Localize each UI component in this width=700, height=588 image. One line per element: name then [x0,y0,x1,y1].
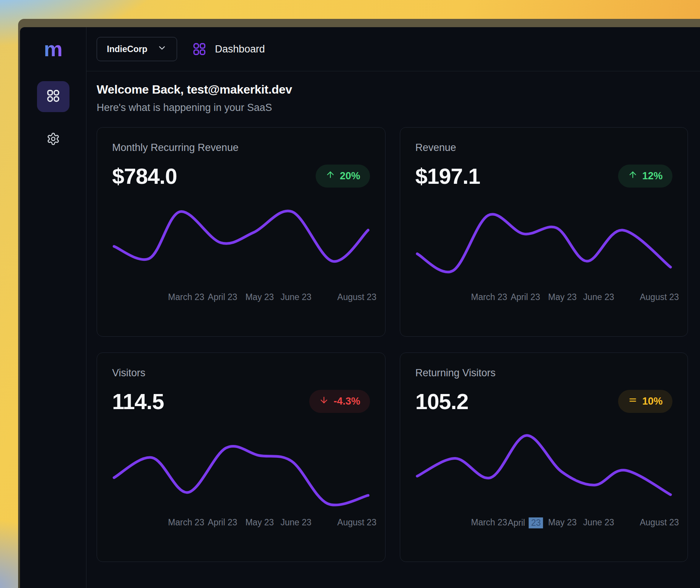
returning-visitors-line-chart [415,429,672,511]
team-selector-label: IndieCorp [107,44,147,54]
trend-badge: 10% [618,390,672,413]
card-value: $197.1 [415,163,480,189]
card-revenue: Revenue $197.1 12% [400,127,688,337]
trend-badge: 20% [316,165,370,188]
x-axis-labels: March 23 April 23 May 23 June 23 August … [415,292,672,303]
x-axis-tick: April 23 [208,292,237,302]
trend-badge: -4.3% [309,390,370,413]
card-title: Visitors [112,367,370,379]
revenue-line-chart [415,204,672,286]
welcome-heading: Welcome Back, test@makerkit.dev [97,83,688,97]
sidebar: m [20,27,86,588]
x-axis-tick: June 23 [583,517,614,528]
x-axis-labels: March 23 April 23 May 23 June 23 August … [112,517,370,529]
card-value: 105.2 [415,389,468,414]
x-axis-tick: June 23 [583,292,614,302]
makerkit-logo[interactable]: m [44,38,62,60]
visitors-line-chart [112,429,370,511]
x-axis-tick: August 23 [337,292,376,302]
card-value: $784.0 [112,163,177,189]
cards-grid: Monthly Recurring Revenue $784.0 20% [97,127,688,562]
arrow-up-icon [628,170,638,182]
makerkit-app: m [20,27,700,588]
selected-text: 23 [529,517,543,528]
dashboard-grid-icon [192,42,207,56]
x-axis-tick: August 23 [640,517,679,528]
main-area: IndieCorp [86,27,700,588]
dashboard-grid-icon [46,89,60,105]
x-axis-tick: March 23 [471,517,507,528]
x-axis-tick: August 23 [640,292,679,302]
card-value: 114.5 [112,389,164,414]
card-title: Monthly Recurring Revenue [112,142,370,154]
x-axis-tick: April23 [508,517,543,528]
chevron-down-icon [157,43,167,55]
card-title: Returning Visitors [415,367,672,379]
trend-badge-label: 12% [642,170,663,182]
card-visitors: Visitors 114.5 -4.3% [97,352,385,562]
team-selector-button[interactable]: IndieCorp [97,37,177,61]
sidebar-item-dashboard[interactable] [37,81,69,112]
x-axis-tick: June 23 [281,517,311,528]
trend-badge-label: -4.3% [333,396,360,407]
x-axis-labels: March 23 April 23 May 23 June 23 August … [112,292,370,303]
x-axis-tick: May 23 [245,517,274,528]
equals-icon [628,395,638,408]
x-axis-tick: April 23 [510,292,540,302]
x-axis-tick: May 23 [548,517,577,528]
trend-badge-label: 10% [642,396,663,407]
trend-badge-label: 20% [340,170,360,182]
x-axis-tick: May 23 [245,292,274,302]
desktop-wallpaper: m [0,0,700,588]
gear-icon [46,132,60,147]
breadcrumb: Dashboard [192,42,265,56]
x-axis-labels: March 23 April23 May 23 June 23 August 2… [415,517,672,529]
arrow-down-icon [319,395,329,408]
trend-badge: 12% [618,165,672,188]
app-window: m [18,19,700,588]
topbar: IndieCorp [86,27,700,71]
card-monthly-recurring-revenue: Monthly Recurring Revenue $784.0 20% [97,127,385,337]
x-axis-tick: May 23 [548,292,577,302]
dashboard-content: Welcome Back, test@makerkit.dev Here's w… [86,71,700,562]
arrow-up-icon [325,170,335,182]
welcome-subheading: Here's what is happening in your SaaS [97,102,688,114]
x-axis-tick: April 23 [208,517,237,528]
card-title: Revenue [415,142,672,154]
x-axis-tick: August 23 [337,517,376,528]
mrr-line-chart [112,204,370,286]
x-axis-tick: March 23 [471,292,507,302]
page-title: Dashboard [215,43,265,55]
sidebar-item-settings[interactable] [37,124,69,155]
x-axis-tick: March 23 [168,292,204,302]
x-axis-tick: June 23 [281,292,311,302]
card-returning-visitors: Returning Visitors 105.2 10% [400,352,688,562]
x-axis-tick-text: April [508,518,525,528]
x-axis-tick: March 23 [168,517,204,528]
